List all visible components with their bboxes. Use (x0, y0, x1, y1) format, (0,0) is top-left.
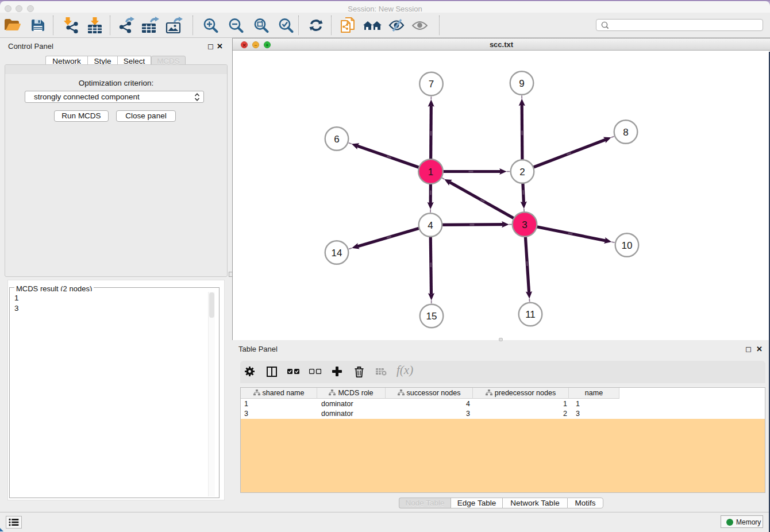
svg-text:8: 8 (623, 127, 628, 138)
svg-text:2: 2 (519, 167, 525, 178)
svg-text:9: 9 (519, 78, 524, 89)
svg-text:7: 7 (429, 79, 434, 90)
svg-text:15: 15 (426, 311, 437, 322)
svg-text:11: 11 (525, 309, 536, 320)
svg-text:10: 10 (622, 240, 633, 251)
svg-text:1: 1 (428, 167, 433, 178)
svg-text:6: 6 (334, 134, 339, 145)
svg-text:3: 3 (522, 219, 527, 230)
svg-text:4: 4 (428, 220, 433, 231)
svg-text:14: 14 (332, 248, 342, 259)
